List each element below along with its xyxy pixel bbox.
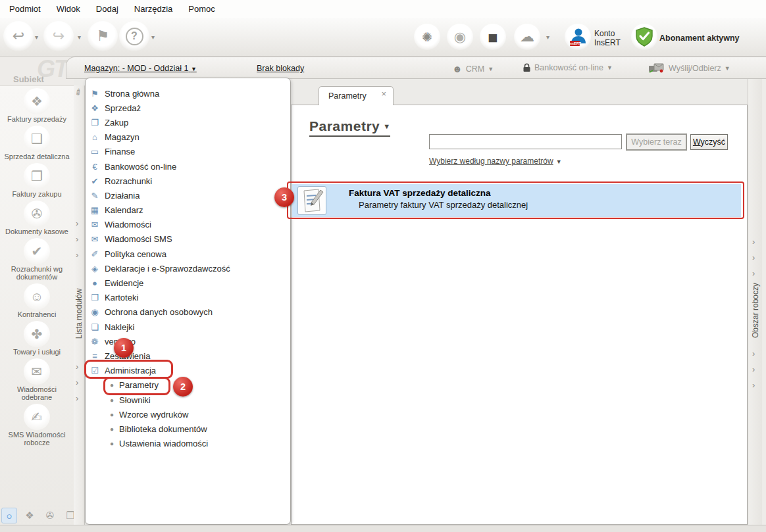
- module-item-label: Finanse: [105, 147, 135, 157]
- chevron-right-icon[interactable]: ›: [76, 393, 78, 403]
- nav-forward-button[interactable]: ↪: [43, 21, 74, 51]
- filter-by-name-link[interactable]: Wybierz według nazwy parametrów▼: [429, 157, 562, 166]
- chevron-right-icon[interactable]: ›: [76, 218, 78, 228]
- tab-close-icon[interactable]: ×: [381, 89, 386, 99]
- module-item-kalendarz[interactable]: ▦Kalendarz: [88, 203, 288, 218]
- crm-dropdown[interactable]: ☻ CRM ▼: [452, 63, 494, 74]
- module-item-polityka-cenowa[interactable]: ✐Polityka cenowa: [88, 247, 288, 261]
- lock-status-link[interactable]: Brak blokady: [257, 64, 304, 73]
- flag-button[interactable]: ⚑: [88, 21, 118, 51]
- module-item-label: Bankowość on-line: [105, 162, 176, 172]
- loader-button[interactable]: ✺: [414, 24, 440, 50]
- sidebar-item-rozrachunki-wg-dokumentów[interactable]: ✔Rozrachunki wg dokumentów: [2, 238, 72, 281]
- menu-item-narzędzia[interactable]: Narzędzia: [126, 4, 181, 14]
- cube-button[interactable]: ◼: [480, 24, 506, 50]
- module-subitem-wzorce-wydruków[interactable]: ●Wzorce wydruków: [88, 407, 288, 422]
- clear-button[interactable]: Wyczyść: [690, 134, 728, 150]
- subscription-button[interactable]: [631, 24, 657, 50]
- konto-insert-label[interactable]: Konto InsERT: [594, 29, 621, 47]
- rozrachunki-wg-dokumentów-icon: ✔: [24, 238, 50, 264]
- parameter-search-input[interactable]: [429, 134, 622, 149]
- crm-caret-icon: ▼: [488, 66, 494, 72]
- chevron-right-icon[interactable]: ›: [76, 250, 78, 260]
- chevron-right-icon[interactable]: ›: [76, 234, 78, 244]
- cloud-caret-icon[interactable]: ▾: [546, 34, 549, 41]
- tab-parametry[interactable]: Parametry ×: [319, 86, 394, 105]
- nav-back-icon: ↩: [13, 28, 24, 45]
- cash-documents-icon[interactable]: ✇: [42, 508, 58, 523]
- module-item-label: Deklaracje i e-Sprawozdawczość: [105, 264, 230, 274]
- workspace-strip: › › › Obszar roboczy › › ›: [748, 79, 762, 525]
- module-item-deklaracje-i-e-sprawozdawczość[interactable]: ◈Deklaracje i e-Sprawozdawczość: [88, 261, 288, 276]
- menu-item-widok[interactable]: Widok: [49, 4, 88, 14]
- banking-online-dropdown[interactable]: Bankowość on-line ▼: [523, 63, 613, 72]
- sidebar-item-towary-i-usługi[interactable]: ✤Towary i usługi: [2, 321, 72, 356]
- select-now-button[interactable]: Wybierz teraz: [626, 133, 687, 151]
- sidebar-item-faktury-zakupu[interactable]: ❐Faktury zakupu: [2, 163, 72, 198]
- chevron-right-icon[interactable]: ›: [752, 268, 755, 278]
- menu-item-dodaj[interactable]: Dodaj: [88, 4, 126, 14]
- pin-icon[interactable]: ✐: [73, 86, 85, 99]
- module-item-label: Biblioteka dokumentów: [119, 424, 207, 434]
- module-item-wiadomości[interactable]: ✉Wiadomości: [88, 218, 288, 232]
- sidebar-item-wiadomości-odebrane[interactable]: ✉Wiadomości odebrane: [2, 358, 72, 401]
- page-title-dropdown[interactable]: Parametry▼: [309, 118, 390, 137]
- bullet-icon: ●: [108, 425, 116, 433]
- menu-item-podmiot[interactable]: Podmiot: [1, 4, 49, 14]
- module-item-ochrona-danych-osobowych[interactable]: ◉Ochrona danych osobowych: [88, 305, 288, 320]
- konto-insert-button[interactable]: InsERT: [565, 24, 591, 50]
- sidebar-item-sprzedaż-detaliczna[interactable]: ❑Sprzedaż detaliczna: [2, 126, 72, 160]
- chevron-right-icon[interactable]: ›: [76, 377, 78, 387]
- module-item-finanse[interactable]: ▭Finanse: [88, 145, 288, 159]
- module-item-działania[interactable]: ✎Działania: [88, 188, 288, 203]
- wiadomości-sms-icon: ✉: [88, 234, 101, 244]
- nav-back-caret-icon[interactable]: ▾: [35, 34, 38, 41]
- chevron-right-icon[interactable]: ›: [752, 349, 755, 358]
- module-item-wiadomości-sms[interactable]: ✉Wiadomości SMS: [88, 232, 288, 247]
- nav-back-button[interactable]: ↩: [3, 21, 34, 51]
- sidebar-item-label: Towary i usługi: [13, 348, 61, 356]
- module-item-magazyn[interactable]: ⌂Magazyn: [88, 130, 288, 145]
- module-item-bankowość-on-line[interactable]: €Bankowość on-line: [88, 159, 288, 174]
- rozrachunki-icon: ✔: [88, 176, 101, 186]
- warehouse-caret-icon: ▼: [191, 66, 197, 72]
- module-subitem-biblioteka-dokumentów[interactable]: ●Biblioteka dokumentów: [88, 422, 288, 436]
- module-item-label: Naklejki: [105, 322, 135, 332]
- finanse-icon: ▭: [88, 147, 101, 157]
- sidebar-item-faktury-sprzedaży[interactable]: ❖Faktury sprzedaży: [2, 88, 72, 123]
- chevron-right-icon[interactable]: ›: [76, 362, 78, 372]
- insert-person-icon: InsERT: [569, 27, 587, 47]
- module-item-sprzedaż[interactable]: ❖Sprzedaż: [88, 101, 288, 115]
- help-button[interactable]: ?: [119, 21, 149, 51]
- help-caret-icon[interactable]: ▾: [151, 34, 155, 41]
- sidebar-item-kontrahenci[interactable]: ☺Kontrahenci: [2, 283, 72, 318]
- wiadomości-icon: ✉: [88, 220, 101, 230]
- module-item-label: Kartoteki: [105, 293, 138, 302]
- cloud-server-button[interactable]: ☁: [514, 24, 540, 50]
- send-receive-dropdown[interactable]: Wyślij/Odbierz ▼: [648, 63, 730, 74]
- nav-forward-caret-icon[interactable]: ▾: [78, 34, 81, 41]
- module-item-kartoteki[interactable]: ❒Kartoteki: [88, 291, 288, 305]
- chevron-right-icon[interactable]: ›: [752, 364, 755, 374]
- sidebar-item-sms-wiadomości-robocze[interactable]: ✍SMS Wiadomości robocze: [2, 404, 72, 447]
- vendero-icon: ❁: [88, 337, 101, 347]
- module-item-zakup[interactable]: ❐Zakup: [88, 115, 288, 130]
- module-item-label: Ustawienia wiadomości: [119, 439, 208, 448]
- menu-item-pomoc[interactable]: Pomoc: [180, 4, 222, 14]
- globe-button[interactable]: ◉: [447, 24, 473, 50]
- chevron-right-icon[interactable]: ›: [752, 380, 755, 390]
- module-item-strona-główna[interactable]: ⚑Strona główna: [88, 86, 288, 101]
- sales-invoices-icon[interactable]: ❖: [22, 508, 38, 523]
- module-item-label: Sprzedaż: [105, 103, 141, 113]
- module-subitem-ustawienia-wiadomości[interactable]: ●Ustawienia wiadomości: [88, 437, 288, 451]
- warehouse-selector[interactable]: Magazyn: - MOD - Oddział 1 ▼: [84, 64, 197, 73]
- sidebar-item-dokumenty-kasowe[interactable]: ✇Dokumenty kasowe: [2, 201, 72, 235]
- module-item-naklejki[interactable]: ❏Naklejki: [88, 320, 288, 334]
- module-list: ⚑Strona główna❖Sprzedaż❐Zakup⌂Magazyn▭Fi…: [88, 86, 288, 451]
- chevron-right-icon[interactable]: ›: [752, 253, 755, 262]
- module-item-ewidencje[interactable]: ●Ewidencje: [88, 276, 288, 290]
- chevron-right-icon[interactable]: ›: [752, 237, 755, 247]
- module-item-label: Wiadomości: [105, 220, 151, 230]
- module-item-rozrachunki[interactable]: ✔Rozrachunki: [88, 174, 288, 188]
- current-module-icon[interactable]: ○: [1, 508, 17, 523]
